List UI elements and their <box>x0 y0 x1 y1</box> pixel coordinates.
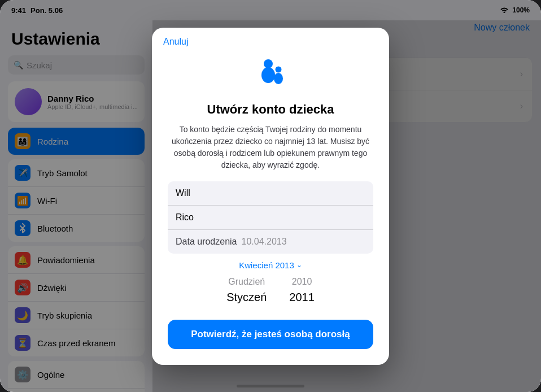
modal-dialog: Anuluj Utwórz konto dz <box>152 28 389 365</box>
svg-point-0 <box>264 59 273 68</box>
picker-year-selected: 2011 <box>289 289 315 305</box>
swipe-bar <box>237 385 304 387</box>
svg-point-1 <box>261 67 275 83</box>
month-selector[interactable]: Kwiecień 2013 ⌄ <box>239 260 302 270</box>
modal-family-icon <box>250 54 291 94</box>
modal-title: Utwórz konto dziecka <box>207 102 334 117</box>
birthdate-field[interactable]: Data urodzenia 10.04.2013 <box>168 230 373 254</box>
lastname-field[interactable]: Rico <box>168 206 373 230</box>
picker-month-col: Grudzień Styczeń <box>226 276 267 310</box>
birthdate-label: Data urodzenia <box>176 237 237 247</box>
modal-header: Anuluj <box>152 28 389 47</box>
modal-cancel-button[interactable]: Anuluj <box>163 37 188 47</box>
svg-point-3 <box>274 73 283 84</box>
picker-month-prev: Grudzień <box>228 276 265 288</box>
month-selector-chevron: ⌄ <box>296 261 302 269</box>
modal-overlay: Anuluj Utwórz konto dz <box>0 0 541 392</box>
ipad-frame: 9:41 Pon. 5.06 100% Ustawienia 🔍 Szukaj … <box>0 0 541 392</box>
birthdate-value: 10.04.2013 <box>242 237 287 247</box>
form-name-group: Will Rico Data urodzenia 10.04.2013 <box>168 181 373 254</box>
date-picker-preview[interactable]: Grudzień Styczeń 2010 2011 <box>168 276 373 310</box>
modal-description: To konto będzie częścią Twojej rodziny d… <box>168 124 373 171</box>
picker-month-selected: Styczeń <box>226 289 267 305</box>
svg-line-4 <box>274 76 275 77</box>
picker-year-prev: 2010 <box>292 276 312 288</box>
firstname-field[interactable]: Will <box>168 181 373 206</box>
month-selector-label: Kwiecień 2013 <box>239 260 294 270</box>
svg-point-2 <box>276 66 282 72</box>
confirm-button[interactable]: Potwierdź, że jesteś osobą dorosłą <box>168 320 373 349</box>
picker-year-col: 2010 2011 <box>289 276 315 310</box>
modal-body: Utwórz konto dziecka To konto będzie czę… <box>152 47 389 365</box>
